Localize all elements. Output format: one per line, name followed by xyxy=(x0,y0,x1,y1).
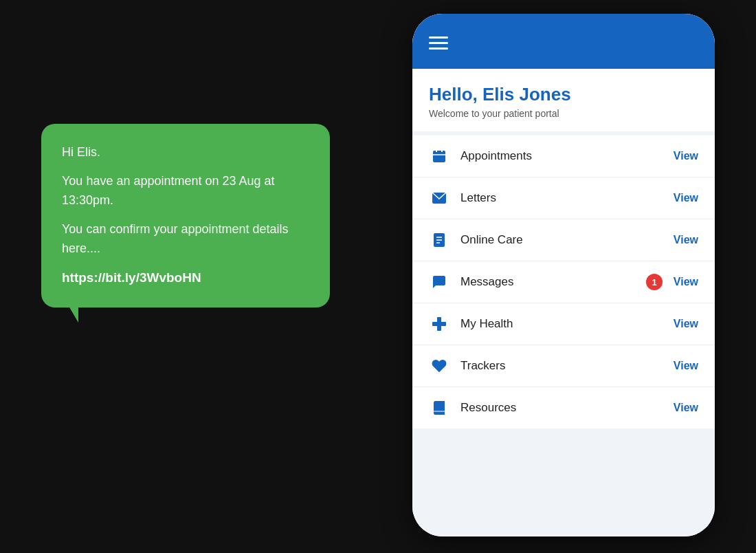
trackers-view-button[interactable]: View xyxy=(674,360,698,372)
menu-item-resources[interactable]: Resources View xyxy=(412,387,715,429)
phone-frame: Hello, Elis Jones Welcome to your patien… xyxy=(412,14,715,536)
document-icon xyxy=(429,232,449,248)
online-care-label: Online Care xyxy=(460,233,674,247)
chat-icon xyxy=(429,274,449,290)
scene: Hi Elis. You have an appointment on 23 A… xyxy=(0,0,756,553)
chat-bubble: Hi Elis. You have an appointment on 23 A… xyxy=(41,124,330,307)
appointments-view-button[interactable]: View xyxy=(674,150,698,162)
book-icon xyxy=(429,400,449,416)
hamburger-menu-button[interactable] xyxy=(429,36,448,50)
messages-label: Messages xyxy=(460,275,674,289)
resources-label: Resources xyxy=(460,401,674,415)
trackers-label: Trackers xyxy=(460,359,674,373)
menu-item-my-health[interactable]: My Health View xyxy=(412,303,715,345)
chat-line1: You have an appointment on 23 Aug at 13:… xyxy=(62,172,309,210)
chat-line2: You can confirm your appointment details… xyxy=(62,220,309,259)
chat-greeting: Hi Elis. xyxy=(62,143,309,162)
menu-item-online-care[interactable]: Online Care View xyxy=(412,219,715,261)
resources-view-button[interactable]: View xyxy=(674,402,698,414)
messages-badge: 1 xyxy=(646,274,663,290)
my-health-label: My Health xyxy=(460,317,674,331)
menu-list: Appointments View Letters View xyxy=(412,135,715,429)
chat-link[interactable]: https://bit.ly/3WvboHN xyxy=(62,268,309,288)
letters-label: Letters xyxy=(460,191,674,205)
welcome-section: Hello, Elis Jones Welcome to your patien… xyxy=(412,69,715,131)
appointments-label: Appointments xyxy=(460,149,674,163)
phone-content: Hello, Elis Jones Welcome to your patien… xyxy=(412,69,715,536)
online-care-view-button[interactable]: View xyxy=(674,234,698,246)
welcome-name: Hello, Elis Jones xyxy=(429,84,698,105)
svg-rect-0 xyxy=(433,151,445,162)
menu-item-appointments[interactable]: Appointments View xyxy=(412,135,715,177)
svg-rect-10 xyxy=(432,322,446,326)
menu-item-letters[interactable]: Letters View xyxy=(412,177,715,219)
letters-view-button[interactable]: View xyxy=(674,192,698,204)
menu-item-messages[interactable]: Messages 1 View xyxy=(412,261,715,303)
menu-item-trackers[interactable]: Trackers View xyxy=(412,345,715,387)
my-health-view-button[interactable]: View xyxy=(674,318,698,330)
welcome-subtitle: Welcome to your patient portal xyxy=(429,108,698,119)
calendar-icon xyxy=(429,148,449,164)
cross-icon xyxy=(429,316,449,332)
phone-header xyxy=(412,14,715,69)
heart-icon xyxy=(429,358,449,374)
envelope-icon xyxy=(429,190,449,206)
messages-view-button[interactable]: View xyxy=(674,276,698,288)
